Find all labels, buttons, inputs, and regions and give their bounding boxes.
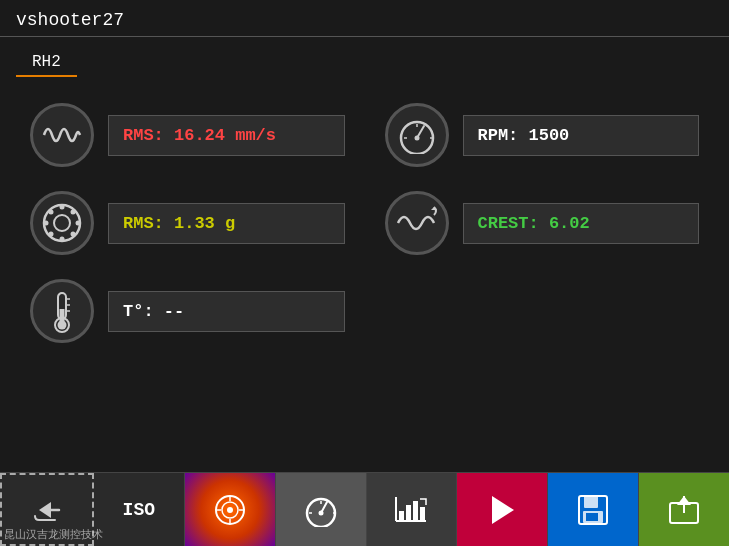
svg-point-8 <box>60 205 65 210</box>
svg-point-2 <box>414 136 419 141</box>
header: vshooter27 <box>0 0 729 37</box>
crest-box: CREST: 6.02 <box>463 203 700 244</box>
export-button[interactable] <box>639 473 729 546</box>
rpm-value: RPM: 1500 <box>478 126 570 145</box>
svg-point-26 <box>227 507 233 513</box>
export-icon <box>667 493 701 527</box>
svg-rect-40 <box>406 505 411 521</box>
metric-rpm: RPM: 1500 <box>385 103 700 167</box>
svg-point-15 <box>49 232 54 237</box>
svg-rect-47 <box>586 513 598 521</box>
rms-g-box: RMS: 1.33 g <box>108 203 345 244</box>
speedometer-icon <box>396 116 438 154</box>
crest-wave-icon <box>396 205 438 241</box>
rpm-box: RPM: 1500 <box>463 115 700 156</box>
app-title: vshooter27 <box>16 10 124 30</box>
target-icon <box>213 493 247 527</box>
sine-wave-icon-circle <box>30 103 94 167</box>
rms-velocity-box: RMS: 16.24 mm/s <box>108 115 345 156</box>
rms-g-value: RMS: 1.33 g <box>123 214 235 233</box>
metric-temperature: T°: -- <box>30 279 345 343</box>
target-button[interactable] <box>185 473 276 546</box>
temperature-box: T°: -- <box>108 291 345 332</box>
thermometer-icon-circle <box>30 279 94 343</box>
chart-icon <box>392 493 430 527</box>
save-button[interactable] <box>548 473 639 546</box>
subtitle-text: RH2 <box>32 53 61 71</box>
play-button[interactable] <box>457 473 548 546</box>
back-icon <box>31 496 63 524</box>
svg-point-11 <box>76 221 81 226</box>
gauge-icon <box>303 493 339 527</box>
thermometer-icon <box>44 289 80 333</box>
crest-wave-icon-circle <box>385 191 449 255</box>
temperature-value: T°: -- <box>123 302 184 321</box>
main-content: RMS: 16.24 mm/s RPM: 1500 <box>0 83 729 363</box>
save-icon <box>576 493 610 527</box>
svg-marker-43 <box>492 496 514 524</box>
svg-rect-42 <box>420 507 425 521</box>
svg-point-20 <box>58 321 67 330</box>
play-icon <box>488 494 516 526</box>
gauge-button[interactable] <box>276 473 367 546</box>
svg-point-33 <box>318 510 323 515</box>
svg-point-14 <box>71 210 76 215</box>
bearing-icon <box>40 201 84 245</box>
bearing-icon-circle <box>30 191 94 255</box>
iso-button[interactable]: ISO <box>94 473 185 546</box>
svg-point-12 <box>49 210 54 215</box>
footer-chinese-text: 昆山汉吉龙测控技术 <box>4 527 103 542</box>
svg-rect-41 <box>413 501 418 521</box>
metric-rms-g: RMS: 1.33 g <box>30 191 345 255</box>
speedometer-icon-circle <box>385 103 449 167</box>
metric-crest: CREST: 6.02 <box>385 191 700 255</box>
svg-point-9 <box>60 237 65 242</box>
sine-wave-icon <box>42 119 82 151</box>
toolbar: ISO <box>0 472 729 546</box>
metric-rms-velocity: RMS: 16.24 mm/s <box>30 103 345 167</box>
chart-button[interactable] <box>367 473 458 546</box>
svg-point-7 <box>54 215 70 231</box>
svg-rect-45 <box>584 496 598 508</box>
svg-point-10 <box>44 221 49 226</box>
svg-rect-39 <box>399 511 404 521</box>
rms-velocity-value: RMS: 16.24 mm/s <box>123 126 276 145</box>
crest-value: CREST: 6.02 <box>478 214 590 233</box>
subtitle-wrapper: RH2 <box>0 37 729 83</box>
section-subtitle: RH2 <box>16 45 77 77</box>
svg-point-13 <box>71 232 76 237</box>
iso-label: ISO <box>123 500 155 520</box>
